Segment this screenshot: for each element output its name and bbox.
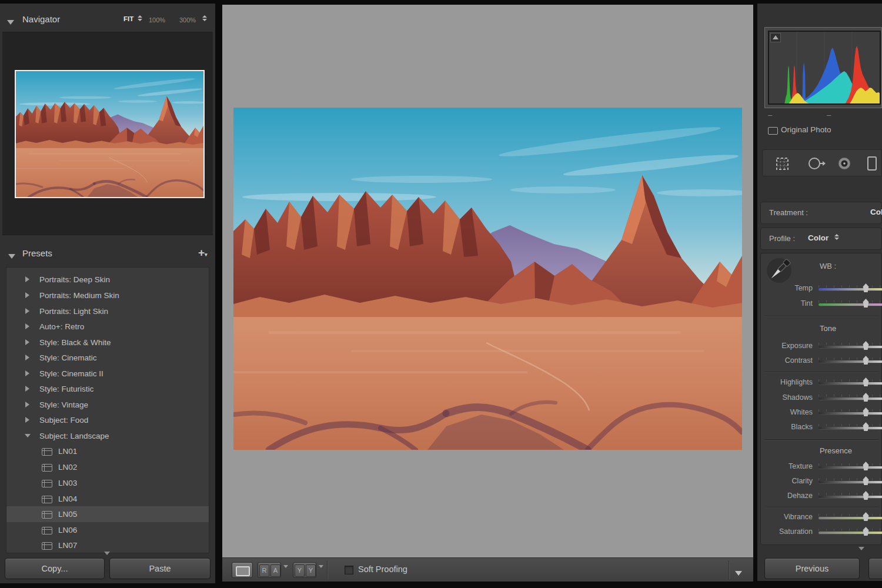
temp-slider[interactable] bbox=[818, 288, 882, 290]
navigator-fit-button[interactable]: FIT bbox=[123, 15, 133, 22]
preset-item[interactable]: LN06 bbox=[6, 522, 209, 538]
navigator-title: Navigator bbox=[22, 14, 60, 24]
split-view-button[interactable]: YY bbox=[293, 562, 316, 578]
toolbar-divider bbox=[729, 560, 729, 579]
loupe-view-icon bbox=[236, 566, 250, 576]
preset-group[interactable]: Style: Vintage bbox=[6, 397, 209, 413]
vibrance-slider-row: Vibrance bbox=[761, 511, 882, 524]
preset-group-landscape[interactable]: Subject: Landscape bbox=[6, 428, 209, 444]
add-preset-button[interactable]: +▾ bbox=[198, 249, 208, 259]
chevron-right-icon bbox=[25, 308, 29, 314]
saturation-slider[interactable] bbox=[818, 532, 882, 534]
vibrance-slider[interactable] bbox=[818, 517, 882, 519]
shadow-clipping-indicator[interactable] bbox=[770, 33, 781, 42]
clarity-slider[interactable] bbox=[818, 481, 882, 483]
soft-proofing-checkbox[interactable] bbox=[345, 566, 353, 574]
main-photo[interactable] bbox=[233, 108, 742, 450]
shadows-slider[interactable] bbox=[818, 397, 882, 400]
clarity-slider-row: Clarity bbox=[761, 475, 882, 488]
chevron-right-icon bbox=[25, 402, 29, 407]
preset-group[interactable]: Portraits: Light Skin bbox=[6, 303, 209, 319]
preset-item[interactable]: LN02 bbox=[6, 459, 209, 475]
split-view-dropdown-icon[interactable] bbox=[319, 568, 323, 579]
preset-group[interactable]: Auto+: Retro bbox=[6, 319, 209, 335]
section-divider bbox=[764, 439, 879, 440]
navigator-preview bbox=[2, 32, 213, 235]
whites-slider[interactable] bbox=[818, 412, 882, 415]
preset-group[interactable]: Portraits: Deep Skin bbox=[6, 272, 209, 288]
red-eye-tool-icon[interactable] bbox=[837, 156, 853, 172]
profile-section: Profile : Color bbox=[760, 228, 882, 250]
highlights-slider[interactable] bbox=[818, 382, 882, 385]
soft-proofing-label: Soft Proofing bbox=[358, 564, 407, 574]
crop-tool-icon[interactable] bbox=[774, 156, 790, 172]
dehaze-slider[interactable] bbox=[818, 496, 882, 498]
paste-button[interactable]: Paste bbox=[109, 558, 211, 579]
histogram[interactable] bbox=[768, 31, 881, 105]
preset-item[interactable]: LN03 bbox=[6, 475, 209, 491]
tint-slider-row: Tint bbox=[761, 298, 882, 310]
left-panel: Navigator FIT 100% 300% Presets +▾ Portr… bbox=[0, 4, 215, 583]
preset-item[interactable]: LN07 bbox=[6, 537, 209, 553]
preset-item[interactable]: LN04 bbox=[6, 491, 209, 507]
blacks-slider[interactable] bbox=[818, 427, 882, 429]
tint-slider[interactable] bbox=[818, 303, 882, 306]
preset-icon bbox=[42, 511, 52, 519]
preset-icon bbox=[42, 496, 52, 503]
preset-group[interactable]: Subject: Food bbox=[6, 412, 209, 428]
navigator-zoom-100-button[interactable]: 100% bbox=[149, 16, 165, 24]
split-right-letter: Y bbox=[306, 564, 316, 577]
chevron-right-icon bbox=[25, 323, 29, 329]
copy-button[interactable]: Copy... bbox=[5, 558, 105, 579]
loupe-view-button[interactable] bbox=[232, 562, 253, 578]
basic-panel: WB : Temp Tint Tone Exposure Contrast Hi… bbox=[760, 253, 882, 545]
preset-icon bbox=[42, 542, 52, 550]
contrast-slider[interactable] bbox=[818, 360, 882, 363]
original-photo-icon[interactable] bbox=[768, 127, 778, 135]
before-after-dropdown-icon[interactable] bbox=[283, 568, 288, 579]
preset-item[interactable]: LN01 bbox=[6, 443, 209, 459]
navigator-thumbnail[interactable] bbox=[15, 70, 205, 198]
preset-icon bbox=[42, 480, 52, 487]
chevron-right-icon bbox=[25, 339, 29, 345]
profile-value[interactable]: Color bbox=[808, 233, 828, 242]
navigator-zoom-300-button[interactable]: 300% bbox=[179, 16, 196, 24]
shadows-slider-row: Shadows bbox=[761, 392, 882, 405]
profile-spinner-icon[interactable] bbox=[834, 234, 839, 240]
presets-collapse-icon[interactable] bbox=[8, 250, 15, 261]
preset-group[interactable]: Style: Black & White bbox=[6, 335, 209, 350]
reset-button-partial[interactable] bbox=[868, 558, 882, 579]
presence-title: Presence bbox=[820, 446, 852, 455]
toolbar-options-icon[interactable] bbox=[735, 567, 742, 578]
preset-group[interactable]: Portraits: Medium Skin bbox=[6, 288, 209, 303]
saturation-slider-row: Saturation bbox=[761, 526, 882, 539]
before-after-button[interactable]: RA bbox=[258, 562, 281, 578]
texture-slider[interactable] bbox=[818, 466, 882, 469]
treatment-value[interactable]: Color bbox=[870, 208, 882, 216]
preset-group[interactable]: Style: Cinematic II bbox=[6, 366, 209, 382]
fit-spinner-icon[interactable] bbox=[138, 15, 142, 21]
texture-slider-row: Texture bbox=[761, 460, 882, 473]
tool-strip bbox=[762, 149, 882, 176]
presets-title: Presets bbox=[22, 248, 52, 258]
preset-icon bbox=[42, 448, 52, 456]
histogram-meta-mid: – bbox=[827, 111, 831, 119]
preset-icon bbox=[42, 527, 52, 534]
presets-list: Portraits: Deep Skin Portraits: Medium S… bbox=[6, 267, 209, 553]
preset-group[interactable]: Style: Cinematic bbox=[6, 350, 209, 366]
wb-eyedropper-icon[interactable] bbox=[766, 256, 793, 285]
exposure-slider[interactable] bbox=[818, 346, 882, 348]
preset-group[interactable]: Style: Futuristic bbox=[6, 381, 209, 397]
zoom-spinner-icon[interactable] bbox=[202, 15, 207, 21]
bottom-toolbar: RA YY Soft Proofing bbox=[222, 557, 753, 582]
tone-title: Tone bbox=[820, 324, 836, 333]
wb-label: WB : bbox=[820, 262, 836, 270]
split-left-letter: Y bbox=[295, 564, 305, 577]
navigator-collapse-icon[interactable] bbox=[7, 16, 14, 27]
previous-button[interactable]: Previous bbox=[764, 558, 860, 579]
treatment-section: Treatment : Color bbox=[760, 202, 882, 224]
preset-item-selected[interactable]: LN05 bbox=[6, 506, 209, 522]
preset-icon bbox=[42, 464, 52, 472]
healing-tool-icon[interactable] bbox=[807, 156, 826, 172]
masking-tool-icon[interactable] bbox=[866, 156, 878, 172]
